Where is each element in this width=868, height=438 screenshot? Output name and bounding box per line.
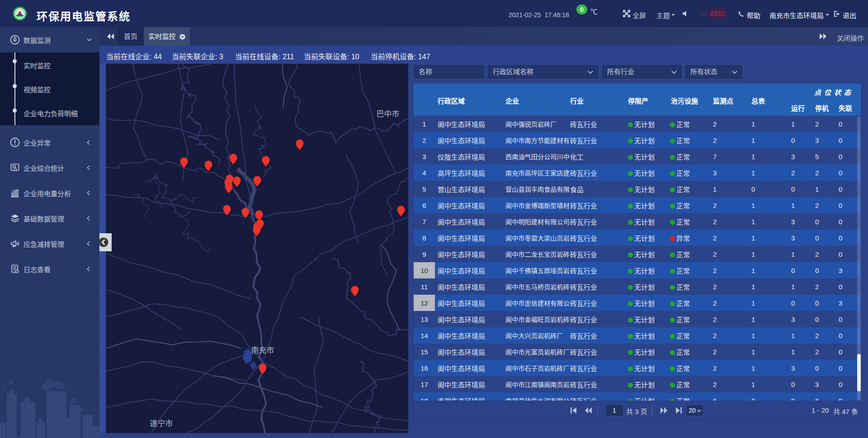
svg-text:南充市: 南充市 [251, 346, 274, 355]
svg-text:遂宁市: 遂宁市 [150, 419, 173, 428]
svg-text:巴中市: 巴中市 [377, 110, 400, 118]
